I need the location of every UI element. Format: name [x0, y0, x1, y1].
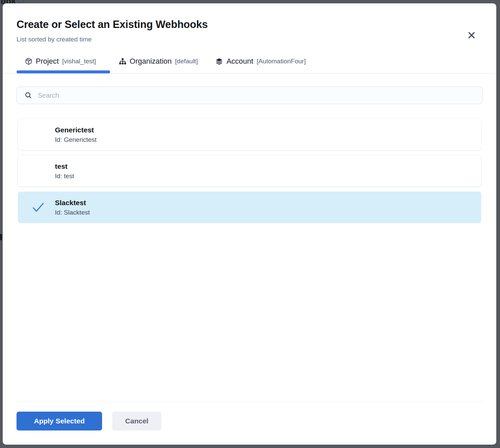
- check-zone: [31, 119, 45, 150]
- webhook-list: Generictest Id: Generictest test Id: tes…: [17, 119, 482, 228]
- close-icon: [466, 30, 477, 40]
- background-page-fragment: [0, 234, 2, 240]
- tab-organization[interactable]: Organization [default]: [110, 57, 207, 73]
- package-icon: [25, 58, 32, 65]
- tab-project-label: Project: [36, 57, 59, 66]
- tab-organization-context: [default]: [175, 58, 198, 65]
- item-id: Id: Generictest: [55, 135, 481, 144]
- item-name: Slacktest: [55, 198, 481, 207]
- dialog-header: Create or Select an Existing Webhooks Li…: [3, 3, 496, 43]
- tab-organization-label: Organization: [130, 57, 172, 66]
- empty-space: [17, 228, 482, 402]
- check-zone: [31, 155, 45, 187]
- sitemap-icon: [119, 58, 126, 65]
- list-item-slacktest[interactable]: Slacktest Id: Slacktest: [18, 192, 481, 223]
- layers-icon: [215, 58, 223, 65]
- close-button[interactable]: [464, 28, 479, 42]
- list-item-test[interactable]: test Id: test: [18, 155, 481, 187]
- search-input[interactable]: [38, 92, 478, 99]
- tab-account[interactable]: Account [AutomationFour]: [207, 57, 314, 73]
- list-item-generictest[interactable]: Generictest Id: Generictest: [18, 119, 481, 150]
- footer-divider: [17, 402, 482, 402]
- cancel-button[interactable]: Cancel: [112, 412, 161, 430]
- tab-account-label: Account: [226, 57, 253, 66]
- search-box: [17, 87, 482, 104]
- tab-project-context: [vishal_test]: [62, 58, 96, 65]
- tab-account-context: [AutomationFour]: [257, 58, 306, 65]
- checkmark-icon: [32, 202, 44, 213]
- item-name: Generictest: [55, 125, 481, 135]
- search-icon: [24, 91, 32, 99]
- dialog-footer: Apply Selected Cancel: [17, 412, 482, 430]
- item-name: test: [55, 162, 481, 171]
- item-id: Id: test: [55, 172, 481, 181]
- dialog-content: Generictest Id: Generictest test Id: tes…: [3, 73, 496, 445]
- item-id: Id: Slacktest: [55, 208, 481, 217]
- dialog-title: Create or Select an Existing Webhooks: [17, 18, 482, 31]
- scope-tabs: Project [vishal_test] Organization [defa…: [3, 57, 496, 73]
- webhooks-dialog: Create or Select an Existing Webhooks Li…: [3, 3, 496, 445]
- active-tab-underline: [17, 70, 110, 73]
- check-zone: [31, 192, 45, 223]
- dialog-subtitle: List sorted by created time: [17, 35, 482, 43]
- apply-selected-button[interactable]: Apply Selected: [17, 412, 102, 430]
- background-info-icon: [17, 0, 24, 3]
- tab-project[interactable]: Project [vishal_test]: [17, 57, 110, 73]
